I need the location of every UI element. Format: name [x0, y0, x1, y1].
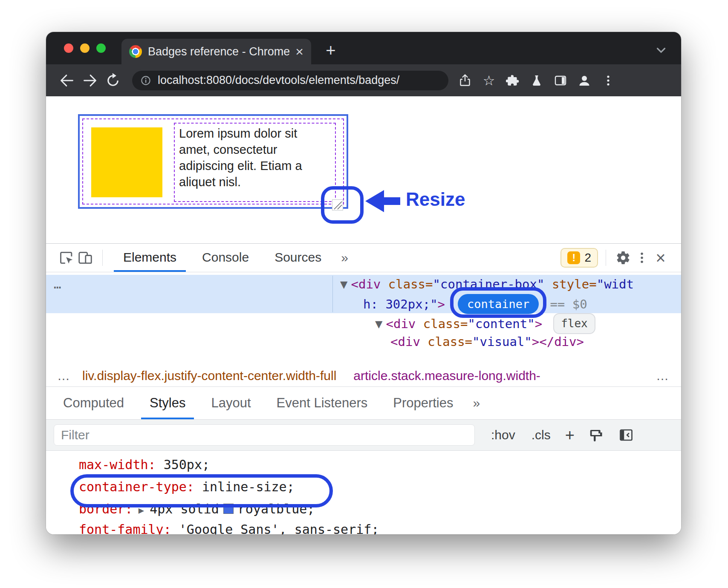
breadcrumb-item[interactable]: article.stack.measure-long.width- — [353, 369, 540, 383]
flex-badge[interactable]: flex — [553, 313, 595, 334]
tab-search-chevron-icon[interactable] — [654, 43, 668, 59]
expand-arrow-icon[interactable]: ▼ — [375, 317, 382, 331]
back-button[interactable] — [59, 72, 75, 89]
visual-yellow-square — [91, 127, 162, 197]
url-bar[interactable]: localhost:8080/docs/devtools/elements/ba… — [132, 71, 448, 90]
css-property-name: max-width: — [79, 457, 156, 472]
devtools-toolbar: Elements Console Sources » ! 2 × — [46, 243, 681, 272]
new-style-rule-button[interactable]: + — [565, 427, 575, 443]
tab-properties[interactable]: Properties — [380, 387, 466, 419]
rendering-brush-icon[interactable] — [588, 427, 604, 443]
resize-annotation-arrow-icon — [365, 190, 384, 212]
bookmark-star-icon[interactable]: ☆ — [482, 73, 496, 88]
resize-annotation-arrow-shaft — [383, 197, 400, 205]
issues-warning-icon: ! — [567, 251, 580, 264]
collapsed-ancestors-ellipsis[interactable]: … — [54, 275, 61, 294]
tab-styles[interactable]: Styles — [137, 387, 198, 419]
selected-node-hint: == $0 — [550, 297, 587, 311]
container-badge-annotation-ring — [450, 287, 546, 318]
more-panels-chevrons[interactable]: » — [334, 251, 355, 265]
tab-title: Badges reference - Chrome De — [148, 45, 289, 58]
closing-tag-token: </div> — [539, 334, 584, 349]
share-icon[interactable] — [458, 73, 472, 88]
extensions-puzzle-icon[interactable] — [506, 73, 520, 88]
expand-arrow-icon[interactable]: ▼ — [340, 277, 347, 291]
css-property-value: 350px; — [156, 457, 210, 472]
resize-handle-annotation-ring — [321, 186, 364, 224]
url-text[interactable]: localhost:8080/docs/devtools/elements/ba… — [158, 74, 399, 87]
toggle-sidebar-icon[interactable] — [618, 427, 634, 443]
new-tab-button[interactable]: + — [321, 40, 341, 61]
navigation-bar: localhost:8080/docs/devtools/elements/ba… — [46, 64, 681, 96]
styles-sidebar-tabs: Computed Styles Layout Event Listeners P… — [46, 387, 681, 420]
more-sidebar-tabs-chevrons[interactable]: » — [466, 396, 487, 410]
tag-token: <div — [351, 277, 381, 291]
tag-close-token: > — [438, 297, 445, 311]
settings-gear-icon[interactable] — [614, 248, 633, 267]
attr-name-token: class — [416, 317, 460, 331]
dom-breadcrumbs: … liv.display-flex.justify-content-cente… — [46, 365, 681, 387]
zoom-window-button[interactable] — [96, 43, 106, 53]
breadcrumb-item[interactable]: liv.display-flex.justify-content-center.… — [82, 369, 336, 383]
lorem-text-block: Lorem ipsum dolor sit amet, consectetur … — [174, 123, 336, 202]
titlebar: Badges reference - Chrome De × + — [46, 32, 681, 64]
css-declaration-max-width[interactable]: max-width: 350px; — [79, 455, 210, 475]
toggle-element-state-button[interactable]: :hov — [491, 428, 515, 442]
breadcrumb-overflow-left[interactable]: … — [46, 369, 82, 383]
tag-close-token: > — [532, 334, 539, 349]
equals-token: = — [465, 334, 472, 349]
attr-value-token: "visual" — [472, 334, 532, 349]
navbar-actions: ☆ — [458, 73, 615, 88]
toolbar-divider — [606, 250, 606, 266]
toolbar-divider — [102, 250, 103, 266]
attr-name-token: style — [544, 277, 589, 291]
styles-filter-row: :hov .cls + — [46, 420, 681, 451]
forward-button[interactable] — [82, 72, 98, 89]
side-panel-icon[interactable] — [553, 73, 568, 88]
reload-button[interactable] — [105, 72, 121, 89]
attr-value-token: "widt — [597, 277, 634, 291]
browser-window: Badges reference - Chrome De × + localho… — [46, 32, 681, 534]
device-toolbar-icon[interactable] — [76, 248, 95, 267]
tab-computed[interactable]: Computed — [50, 387, 137, 419]
resize-annotation-label: Resize — [406, 189, 465, 210]
devtools-menu-kebab-icon[interactable] — [633, 248, 651, 267]
site-info-icon[interactable] — [140, 75, 152, 86]
tab-sources[interactable]: Sources — [262, 244, 334, 272]
inspect-element-icon[interactable] — [57, 248, 76, 267]
breadcrumb-overflow-right[interactable]: … — [645, 369, 681, 383]
screenshot-stage: Badges reference - Chrome De × + localho… — [0, 0, 728, 588]
tab-layout[interactable]: Layout — [198, 387, 263, 419]
chrome-favicon-icon — [129, 45, 142, 58]
attr-name-token: class — [381, 277, 425, 291]
elements-dom-tree: … ▼<div class="container-box" style="wid… — [46, 272, 681, 365]
equals-token: = — [589, 277, 596, 291]
tab-event-listeners[interactable]: Event Listeners — [264, 387, 381, 419]
tab-close-icon[interactable]: × — [295, 45, 303, 58]
dom-node-visual[interactable]: <div class="visual"></div> — [390, 332, 584, 352]
styles-filter-input[interactable] — [54, 424, 475, 446]
close-window-button[interactable] — [64, 43, 73, 53]
tree-indent-guide — [332, 276, 333, 312]
css-property-value: 'Google Sans', sans-serif; — [171, 522, 379, 534]
tab-elements[interactable]: Elements — [110, 244, 189, 272]
devtools-close-icon[interactable]: × — [651, 248, 670, 267]
css-declaration-font-family[interactable]: font-family: 'Google Sans', sans-serif; — [79, 520, 379, 534]
minimize-window-button[interactable] — [80, 43, 90, 53]
css-property-name: font-family: — [79, 522, 171, 534]
attr-value-token: "content" — [468, 317, 535, 331]
element-classes-button[interactable]: .cls — [532, 428, 551, 442]
tag-token: <div — [390, 334, 420, 349]
tab-console[interactable]: Console — [189, 244, 262, 272]
attr-value-token: h: 302px;" — [363, 297, 438, 311]
container-demo-box: Lorem ipsum dolor sit amet, consectetur … — [78, 114, 348, 209]
equals-token: = — [425, 277, 433, 291]
attr-name-token: class — [420, 334, 465, 349]
browser-menu-kebab-icon[interactable] — [601, 73, 615, 88]
issues-error-badge[interactable]: ! 2 — [560, 248, 598, 268]
browser-tab[interactable]: Badges reference - Chrome De × — [121, 39, 311, 64]
tag-token: <div — [386, 317, 416, 331]
profile-avatar[interactable] — [577, 73, 592, 88]
container-type-annotation-ring — [70, 474, 333, 507]
experiments-flask-icon[interactable] — [529, 73, 544, 88]
